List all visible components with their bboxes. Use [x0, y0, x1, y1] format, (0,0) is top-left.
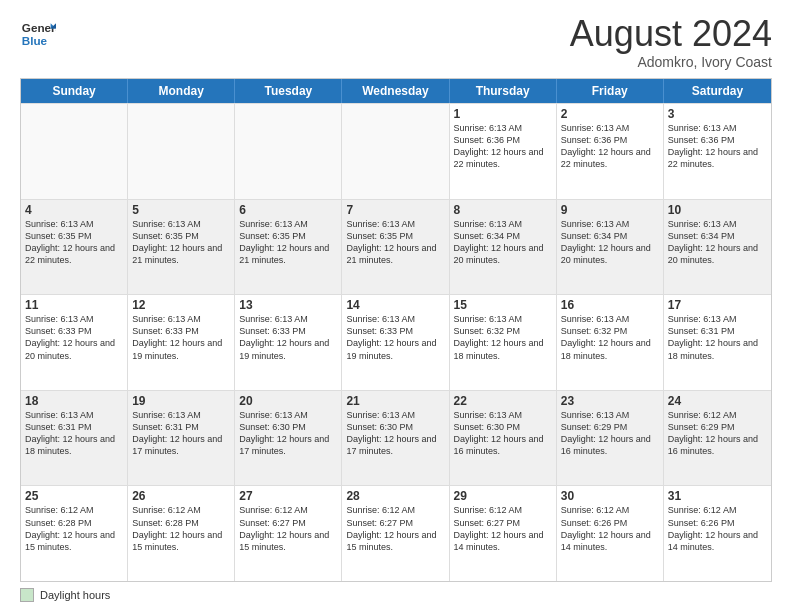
calendar-cell: 20Sunrise: 6:13 AM Sunset: 6:30 PM Dayli… — [235, 391, 342, 486]
calendar-week-row: 1Sunrise: 6:13 AM Sunset: 6:36 PM Daylig… — [21, 103, 771, 199]
page: General Blue August 2024 Adomkro, Ivory … — [0, 0, 792, 612]
day-number: 12 — [132, 298, 230, 312]
cal-header-day: Sunday — [21, 79, 128, 103]
calendar-cell: 15Sunrise: 6:13 AM Sunset: 6:32 PM Dayli… — [450, 295, 557, 390]
calendar-week-row: 11Sunrise: 6:13 AM Sunset: 6:33 PM Dayli… — [21, 294, 771, 390]
day-info: Sunrise: 6:13 AM Sunset: 6:35 PM Dayligh… — [132, 218, 230, 267]
daylight-legend-label: Daylight hours — [40, 589, 110, 601]
calendar-cell: 6Sunrise: 6:13 AM Sunset: 6:35 PM Daylig… — [235, 200, 342, 295]
calendar-cell: 30Sunrise: 6:12 AM Sunset: 6:26 PM Dayli… — [557, 486, 664, 581]
day-number: 7 — [346, 203, 444, 217]
calendar-cell: 16Sunrise: 6:13 AM Sunset: 6:32 PM Dayli… — [557, 295, 664, 390]
day-number: 15 — [454, 298, 552, 312]
day-info: Sunrise: 6:13 AM Sunset: 6:34 PM Dayligh… — [668, 218, 767, 267]
day-info: Sunrise: 6:12 AM Sunset: 6:28 PM Dayligh… — [132, 504, 230, 553]
day-number: 31 — [668, 489, 767, 503]
day-number: 11 — [25, 298, 123, 312]
calendar-cell: 31Sunrise: 6:12 AM Sunset: 6:26 PM Dayli… — [664, 486, 771, 581]
day-info: Sunrise: 6:13 AM Sunset: 6:34 PM Dayligh… — [561, 218, 659, 267]
day-number: 21 — [346, 394, 444, 408]
cal-header-day: Monday — [128, 79, 235, 103]
calendar-cell: 29Sunrise: 6:12 AM Sunset: 6:27 PM Dayli… — [450, 486, 557, 581]
day-number: 9 — [561, 203, 659, 217]
day-number: 28 — [346, 489, 444, 503]
calendar-cell: 5Sunrise: 6:13 AM Sunset: 6:35 PM Daylig… — [128, 200, 235, 295]
day-number: 27 — [239, 489, 337, 503]
calendar-cell: 4Sunrise: 6:13 AM Sunset: 6:35 PM Daylig… — [21, 200, 128, 295]
calendar-cell: 21Sunrise: 6:13 AM Sunset: 6:30 PM Dayli… — [342, 391, 449, 486]
day-number: 19 — [132, 394, 230, 408]
day-info: Sunrise: 6:13 AM Sunset: 6:35 PM Dayligh… — [239, 218, 337, 267]
calendar-cell: 24Sunrise: 6:12 AM Sunset: 6:29 PM Dayli… — [664, 391, 771, 486]
calendar-cell — [21, 104, 128, 199]
cal-header-day: Friday — [557, 79, 664, 103]
calendar-body: 1Sunrise: 6:13 AM Sunset: 6:36 PM Daylig… — [21, 103, 771, 581]
day-number: 14 — [346, 298, 444, 312]
calendar-cell: 23Sunrise: 6:13 AM Sunset: 6:29 PM Dayli… — [557, 391, 664, 486]
calendar-week-row: 18Sunrise: 6:13 AM Sunset: 6:31 PM Dayli… — [21, 390, 771, 486]
day-info: Sunrise: 6:13 AM Sunset: 6:36 PM Dayligh… — [561, 122, 659, 171]
day-info: Sunrise: 6:13 AM Sunset: 6:33 PM Dayligh… — [25, 313, 123, 362]
day-info: Sunrise: 6:13 AM Sunset: 6:36 PM Dayligh… — [668, 122, 767, 171]
calendar-week-row: 4Sunrise: 6:13 AM Sunset: 6:35 PM Daylig… — [21, 199, 771, 295]
day-info: Sunrise: 6:13 AM Sunset: 6:33 PM Dayligh… — [346, 313, 444, 362]
day-number: 13 — [239, 298, 337, 312]
day-number: 30 — [561, 489, 659, 503]
day-info: Sunrise: 6:13 AM Sunset: 6:35 PM Dayligh… — [346, 218, 444, 267]
day-number: 17 — [668, 298, 767, 312]
day-info: Sunrise: 6:13 AM Sunset: 6:30 PM Dayligh… — [346, 409, 444, 458]
day-number: 6 — [239, 203, 337, 217]
daylight-legend-box — [20, 588, 34, 602]
day-number: 5 — [132, 203, 230, 217]
location: Adomkro, Ivory Coast — [570, 54, 772, 70]
day-number: 1 — [454, 107, 552, 121]
day-info: Sunrise: 6:12 AM Sunset: 6:28 PM Dayligh… — [25, 504, 123, 553]
calendar-cell: 3Sunrise: 6:13 AM Sunset: 6:36 PM Daylig… — [664, 104, 771, 199]
calendar-cell: 13Sunrise: 6:13 AM Sunset: 6:33 PM Dayli… — [235, 295, 342, 390]
cal-header-day: Thursday — [450, 79, 557, 103]
title-area: August 2024 Adomkro, Ivory Coast — [570, 16, 772, 70]
calendar-cell: 1Sunrise: 6:13 AM Sunset: 6:36 PM Daylig… — [450, 104, 557, 199]
day-info: Sunrise: 6:13 AM Sunset: 6:31 PM Dayligh… — [132, 409, 230, 458]
day-number: 29 — [454, 489, 552, 503]
month-title: August 2024 — [570, 16, 772, 52]
day-number: 16 — [561, 298, 659, 312]
day-number: 3 — [668, 107, 767, 121]
day-info: Sunrise: 6:13 AM Sunset: 6:36 PM Dayligh… — [454, 122, 552, 171]
calendar-cell: 12Sunrise: 6:13 AM Sunset: 6:33 PM Dayli… — [128, 295, 235, 390]
calendar-cell: 27Sunrise: 6:12 AM Sunset: 6:27 PM Dayli… — [235, 486, 342, 581]
calendar-cell: 19Sunrise: 6:13 AM Sunset: 6:31 PM Dayli… — [128, 391, 235, 486]
day-info: Sunrise: 6:13 AM Sunset: 6:33 PM Dayligh… — [132, 313, 230, 362]
day-info: Sunrise: 6:13 AM Sunset: 6:30 PM Dayligh… — [454, 409, 552, 458]
calendar-cell: 22Sunrise: 6:13 AM Sunset: 6:30 PM Dayli… — [450, 391, 557, 486]
day-info: Sunrise: 6:13 AM Sunset: 6:31 PM Dayligh… — [25, 409, 123, 458]
day-number: 23 — [561, 394, 659, 408]
calendar-cell: 18Sunrise: 6:13 AM Sunset: 6:31 PM Dayli… — [21, 391, 128, 486]
day-number: 24 — [668, 394, 767, 408]
day-info: Sunrise: 6:13 AM Sunset: 6:33 PM Dayligh… — [239, 313, 337, 362]
day-info: Sunrise: 6:13 AM Sunset: 6:31 PM Dayligh… — [668, 313, 767, 362]
calendar-cell: 2Sunrise: 6:13 AM Sunset: 6:36 PM Daylig… — [557, 104, 664, 199]
day-info: Sunrise: 6:13 AM Sunset: 6:29 PM Dayligh… — [561, 409, 659, 458]
day-info: Sunrise: 6:12 AM Sunset: 6:26 PM Dayligh… — [668, 504, 767, 553]
calendar-week-row: 25Sunrise: 6:12 AM Sunset: 6:28 PM Dayli… — [21, 485, 771, 581]
day-number: 26 — [132, 489, 230, 503]
day-info: Sunrise: 6:12 AM Sunset: 6:27 PM Dayligh… — [239, 504, 337, 553]
calendar-cell — [235, 104, 342, 199]
day-info: Sunrise: 6:13 AM Sunset: 6:35 PM Dayligh… — [25, 218, 123, 267]
calendar-cell: 14Sunrise: 6:13 AM Sunset: 6:33 PM Dayli… — [342, 295, 449, 390]
cal-header-day: Saturday — [664, 79, 771, 103]
header: General Blue August 2024 Adomkro, Ivory … — [20, 16, 772, 70]
day-number: 8 — [454, 203, 552, 217]
calendar-cell — [342, 104, 449, 199]
day-number: 2 — [561, 107, 659, 121]
calendar-cell — [128, 104, 235, 199]
day-info: Sunrise: 6:13 AM Sunset: 6:34 PM Dayligh… — [454, 218, 552, 267]
calendar-cell: 17Sunrise: 6:13 AM Sunset: 6:31 PM Dayli… — [664, 295, 771, 390]
calendar-cell: 25Sunrise: 6:12 AM Sunset: 6:28 PM Dayli… — [21, 486, 128, 581]
calendar-cell: 26Sunrise: 6:12 AM Sunset: 6:28 PM Dayli… — [128, 486, 235, 581]
day-info: Sunrise: 6:13 AM Sunset: 6:32 PM Dayligh… — [561, 313, 659, 362]
day-info: Sunrise: 6:12 AM Sunset: 6:29 PM Dayligh… — [668, 409, 767, 458]
day-number: 4 — [25, 203, 123, 217]
calendar-cell: 11Sunrise: 6:13 AM Sunset: 6:33 PM Dayli… — [21, 295, 128, 390]
